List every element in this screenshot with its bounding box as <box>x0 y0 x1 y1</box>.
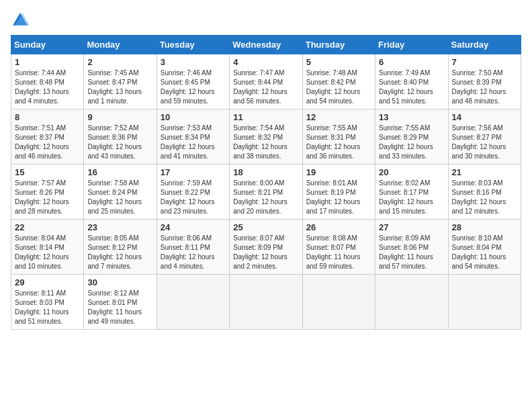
day-number: 27 <box>379 222 444 232</box>
weekday-header: Thursday <box>302 36 375 54</box>
calendar-week-row: 8 Sunrise: 7:51 AM Sunset: 8:37 PM Dayli… <box>11 109 521 165</box>
day-info: Sunrise: 7:50 AM Sunset: 8:39 PM Dayligh… <box>452 68 517 106</box>
weekday-header: Tuesday <box>157 36 229 54</box>
day-number: 23 <box>87 222 152 232</box>
calendar-day-cell: 10 Sunrise: 7:53 AM Sunset: 8:34 PM Dayl… <box>157 109 229 165</box>
day-info: Sunrise: 7:49 AM Sunset: 8:40 PM Dayligh… <box>379 68 444 106</box>
day-info: Sunrise: 8:01 AM Sunset: 8:19 PM Dayligh… <box>306 179 371 216</box>
day-info: Sunrise: 7:51 AM Sunset: 8:37 PM Dayligh… <box>15 124 80 161</box>
day-info: Sunrise: 7:59 AM Sunset: 8:22 PM Dayligh… <box>161 179 226 216</box>
day-info: Sunrise: 8:08 AM Sunset: 8:07 PM Dayligh… <box>306 234 371 271</box>
day-number: 17 <box>161 167 226 177</box>
header <box>11 11 521 30</box>
logo <box>11 11 32 30</box>
day-number: 19 <box>306 167 371 177</box>
day-info: Sunrise: 8:12 AM Sunset: 8:01 PM Dayligh… <box>87 289 152 326</box>
day-number: 25 <box>233 222 298 232</box>
calendar-day-cell: 28 Sunrise: 8:10 AM Sunset: 8:04 PM Dayl… <box>448 220 521 275</box>
calendar-week-row: 29 Sunrise: 8:11 AM Sunset: 8:03 PM Dayl… <box>11 275 521 330</box>
calendar-day-cell: 11 Sunrise: 7:54 AM Sunset: 8:32 PM Dayl… <box>230 109 302 165</box>
day-info: Sunrise: 7:45 AM Sunset: 8:47 PM Dayligh… <box>87 68 152 106</box>
day-info: Sunrise: 7:46 AM Sunset: 8:45 PM Dayligh… <box>161 68 226 106</box>
day-number: 21 <box>452 167 517 177</box>
day-number: 9 <box>87 112 152 122</box>
day-number: 8 <box>15 112 80 122</box>
day-number: 14 <box>452 112 517 122</box>
calendar-day-cell: 4 Sunrise: 7:47 AM Sunset: 8:44 PM Dayli… <box>230 54 302 109</box>
day-number: 30 <box>87 277 152 287</box>
calendar-day-cell: 3 Sunrise: 7:46 AM Sunset: 8:45 PM Dayli… <box>157 54 229 109</box>
day-info: Sunrise: 7:47 AM Sunset: 8:44 PM Dayligh… <box>233 68 298 106</box>
day-number: 16 <box>87 167 152 177</box>
calendar-day-cell: 29 Sunrise: 8:11 AM Sunset: 8:03 PM Dayl… <box>11 275 84 330</box>
day-number: 3 <box>161 57 226 67</box>
day-number: 6 <box>379 57 444 67</box>
day-number: 18 <box>233 167 298 177</box>
calendar-day-cell <box>230 275 302 330</box>
day-info: Sunrise: 7:57 AM Sunset: 8:26 PM Dayligh… <box>15 179 80 216</box>
day-info: Sunrise: 8:03 AM Sunset: 8:16 PM Dayligh… <box>452 179 517 216</box>
calendar-day-cell: 9 Sunrise: 7:52 AM Sunset: 8:36 PM Dayli… <box>84 109 157 165</box>
calendar-day-cell: 5 Sunrise: 7:48 AM Sunset: 8:42 PM Dayli… <box>302 54 375 109</box>
calendar-day-cell: 18 Sunrise: 8:00 AM Sunset: 8:21 PM Dayl… <box>230 165 302 220</box>
calendar-day-cell: 25 Sunrise: 8:07 AM Sunset: 8:09 PM Dayl… <box>230 220 302 275</box>
calendar-week-row: 15 Sunrise: 7:57 AM Sunset: 8:26 PM Dayl… <box>11 165 521 220</box>
logo-icon <box>11 11 30 30</box>
calendar-day-cell: 1 Sunrise: 7:44 AM Sunset: 8:48 PM Dayli… <box>11 54 84 109</box>
day-info: Sunrise: 8:00 AM Sunset: 8:21 PM Dayligh… <box>233 179 298 216</box>
day-info: Sunrise: 7:52 AM Sunset: 8:36 PM Dayligh… <box>87 124 152 161</box>
day-number: 24 <box>161 222 226 232</box>
calendar-day-cell <box>375 275 448 330</box>
day-info: Sunrise: 7:58 AM Sunset: 8:24 PM Dayligh… <box>87 179 152 216</box>
calendar-day-cell: 26 Sunrise: 8:08 AM Sunset: 8:07 PM Dayl… <box>302 220 375 275</box>
calendar-day-cell: 30 Sunrise: 8:12 AM Sunset: 8:01 PM Dayl… <box>84 275 157 330</box>
day-info: Sunrise: 8:11 AM Sunset: 8:03 PM Dayligh… <box>15 289 80 326</box>
day-number: 20 <box>379 167 444 177</box>
calendar-day-cell: 17 Sunrise: 7:59 AM Sunset: 8:22 PM Dayl… <box>157 165 229 220</box>
calendar-day-cell: 13 Sunrise: 7:55 AM Sunset: 8:29 PM Dayl… <box>375 109 448 165</box>
day-info: Sunrise: 8:04 AM Sunset: 8:14 PM Dayligh… <box>15 234 80 271</box>
day-number: 4 <box>233 57 298 67</box>
day-number: 1 <box>15 57 80 67</box>
calendar-day-cell <box>448 275 521 330</box>
day-number: 5 <box>306 57 371 67</box>
day-number: 7 <box>452 57 517 67</box>
day-info: Sunrise: 8:02 AM Sunset: 8:17 PM Dayligh… <box>379 179 444 216</box>
header-row: SundayMondayTuesdayWednesdayThursdayFrid… <box>11 36 521 54</box>
day-info: Sunrise: 8:06 AM Sunset: 8:11 PM Dayligh… <box>161 234 226 271</box>
calendar-day-cell: 16 Sunrise: 7:58 AM Sunset: 8:24 PM Dayl… <box>84 165 157 220</box>
calendar-day-cell: 24 Sunrise: 8:06 AM Sunset: 8:11 PM Dayl… <box>157 220 229 275</box>
day-info: Sunrise: 7:56 AM Sunset: 8:27 PM Dayligh… <box>452 124 517 161</box>
calendar-day-cell: 7 Sunrise: 7:50 AM Sunset: 8:39 PM Dayli… <box>448 54 521 109</box>
day-number: 11 <box>233 112 298 122</box>
day-info: Sunrise: 7:55 AM Sunset: 8:29 PM Dayligh… <box>379 124 444 161</box>
weekday-header: Sunday <box>11 36 84 54</box>
calendar-day-cell: 15 Sunrise: 7:57 AM Sunset: 8:26 PM Dayl… <box>11 165 84 220</box>
day-info: Sunrise: 8:10 AM Sunset: 8:04 PM Dayligh… <box>452 234 517 271</box>
day-number: 13 <box>379 112 444 122</box>
calendar-week-row: 22 Sunrise: 8:04 AM Sunset: 8:14 PM Dayl… <box>11 220 521 275</box>
calendar-day-cell: 19 Sunrise: 8:01 AM Sunset: 8:19 PM Dayl… <box>302 165 375 220</box>
day-number: 10 <box>161 112 226 122</box>
day-info: Sunrise: 7:54 AM Sunset: 8:32 PM Dayligh… <box>233 124 298 161</box>
day-info: Sunrise: 8:09 AM Sunset: 8:06 PM Dayligh… <box>379 234 444 271</box>
day-number: 26 <box>306 222 371 232</box>
weekday-header: Friday <box>375 36 448 54</box>
weekday-header: Wednesday <box>230 36 302 54</box>
day-info: Sunrise: 7:48 AM Sunset: 8:42 PM Dayligh… <box>306 68 371 106</box>
day-number: 22 <box>15 222 80 232</box>
calendar-week-row: 1 Sunrise: 7:44 AM Sunset: 8:48 PM Dayli… <box>11 54 521 109</box>
calendar-day-cell: 14 Sunrise: 7:56 AM Sunset: 8:27 PM Dayl… <box>448 109 521 165</box>
calendar-day-cell <box>157 275 229 330</box>
calendar-day-cell: 23 Sunrise: 8:05 AM Sunset: 8:12 PM Dayl… <box>84 220 157 275</box>
day-number: 2 <box>87 57 152 67</box>
day-info: Sunrise: 7:53 AM Sunset: 8:34 PM Dayligh… <box>161 124 226 161</box>
calendar-table: SundayMondayTuesdayWednesdayThursdayFrid… <box>11 35 521 330</box>
day-number: 12 <box>306 112 371 122</box>
day-number: 15 <box>15 167 80 177</box>
day-info: Sunrise: 8:07 AM Sunset: 8:09 PM Dayligh… <box>233 234 298 271</box>
calendar-day-cell: 8 Sunrise: 7:51 AM Sunset: 8:37 PM Dayli… <box>11 109 84 165</box>
calendar-day-cell: 2 Sunrise: 7:45 AM Sunset: 8:47 PM Dayli… <box>84 54 157 109</box>
day-number: 29 <box>15 277 80 287</box>
calendar-day-cell: 20 Sunrise: 8:02 AM Sunset: 8:17 PM Dayl… <box>375 165 448 220</box>
